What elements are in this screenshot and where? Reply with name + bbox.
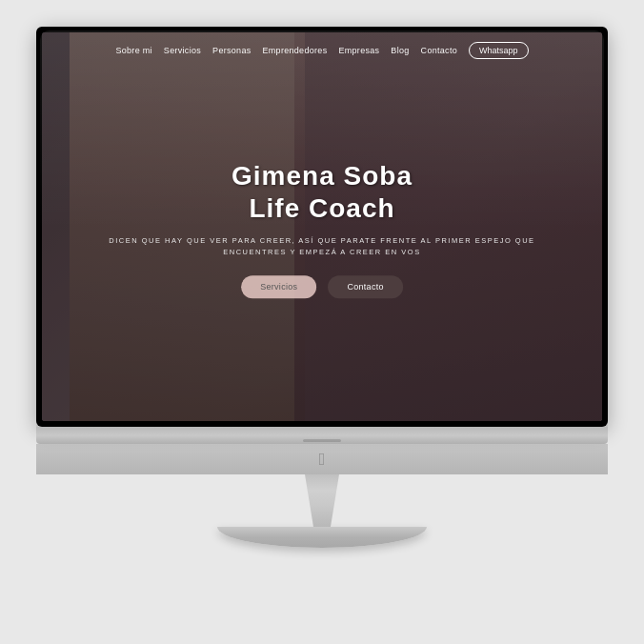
website-content: Sobre mi Servicios Personas Emprendedore… xyxy=(42,32,602,421)
apple-logo-area:  xyxy=(36,444,608,474)
nav-whatsapp-button[interactable]: Whatsapp xyxy=(469,42,529,59)
hero-title: Gimena Soba Life Coach xyxy=(84,160,560,224)
hero-buttons: Servicios Contacto xyxy=(84,275,560,298)
nav-blog[interactable]: Blog xyxy=(391,46,409,55)
nav-servicios[interactable]: Servicios xyxy=(164,46,201,55)
nav-emprendedores[interactable]: Emprendedores xyxy=(263,46,328,55)
hero-subtitle: DICEN QUE HAY QUE VER PARA CREER, ASÍ QU… xyxy=(84,235,560,258)
btn-contacto[interactable]: Contacto xyxy=(328,275,402,298)
nav-empresas[interactable]: Empresas xyxy=(338,46,379,55)
monitor-stand-neck xyxy=(279,474,365,527)
screen: Sobre mi Servicios Personas Emprendedore… xyxy=(42,32,602,421)
apple-logo-icon:  xyxy=(319,450,326,470)
hero-section: Gimena Soba Life Coach DICEN QUE HAY QUE… xyxy=(84,160,560,298)
mac-computer: Sobre mi Servicios Personas Emprendedore… xyxy=(27,27,617,617)
monitor-chin xyxy=(36,427,608,444)
monitor-body: Sobre mi Servicios Personas Emprendedore… xyxy=(36,27,608,427)
navbar: Sobre mi Servicios Personas Emprendedore… xyxy=(42,32,602,69)
nav-contacto[interactable]: Contacto xyxy=(421,46,457,55)
btn-servicios[interactable]: Servicios xyxy=(241,275,316,298)
nav-sobre-mi[interactable]: Sobre mi xyxy=(115,46,151,55)
monitor-stand-base xyxy=(217,527,427,548)
screen-bezel: Sobre mi Servicios Personas Emprendedore… xyxy=(36,27,608,427)
nav-personas[interactable]: Personas xyxy=(212,46,251,55)
